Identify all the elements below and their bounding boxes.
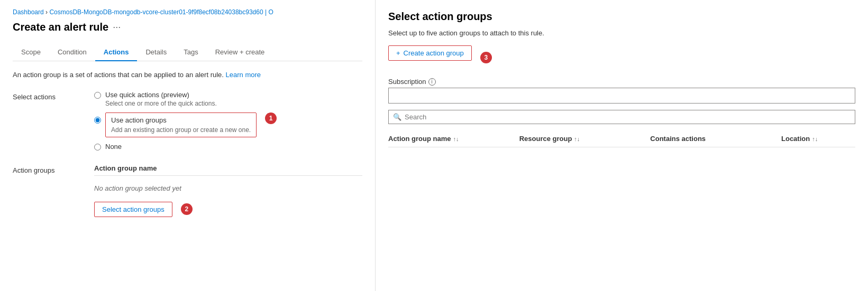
search-box: 🔍 <box>388 110 855 124</box>
radio-action-groups-box: Use action groups Add an existing action… <box>105 112 257 137</box>
learn-more-link[interactable]: Learn more <box>226 71 261 79</box>
action-group-name-header: Action group name <box>94 164 362 176</box>
radio-action-groups-label: Use action groups <box>111 116 251 124</box>
search-icon: 🔍 <box>393 113 401 121</box>
subscription-label-text: Subscription <box>388 78 426 86</box>
panel-subtitle: Select up to five action groups to attac… <box>388 29 855 37</box>
badge-2: 2 <box>181 203 193 215</box>
create-action-group-button[interactable]: + Create action group <box>388 45 472 61</box>
radio-none: None <box>94 143 362 151</box>
col-location: Location ↑↓ <box>781 135 855 143</box>
create-action-label: Create action group <box>404 49 464 57</box>
right-panel: Select action groups Select up to five a… <box>376 0 868 291</box>
select-actions-label: Select actions <box>13 91 81 156</box>
select-actions-controls: Use quick actions (preview) Select one o… <box>94 91 362 156</box>
tabs-nav: Scope Condition Actions Details Tags Rev… <box>13 44 362 61</box>
no-selection-text: No action group selected yet <box>94 180 362 196</box>
plus-icon: + <box>396 49 400 57</box>
sort-icon-action-group[interactable]: ↑↓ <box>453 136 459 142</box>
search-input[interactable] <box>405 113 851 121</box>
select-action-groups-row: Select action groups 2 <box>94 202 362 217</box>
more-options-button[interactable]: ··· <box>113 22 121 33</box>
tab-condition[interactable]: Condition <box>49 44 95 61</box>
radio-quick-input[interactable] <box>94 92 101 99</box>
radio-action-groups-sublabel: Add an existing action group or create a… <box>111 126 251 134</box>
tab-tags[interactable]: Tags <box>175 44 206 61</box>
radio-none-input[interactable] <box>94 144 101 151</box>
breadcrumb: Dashboard › CosmosDB-MongoDB-mongodb-vco… <box>13 8 362 16</box>
select-actions-row: Select actions Use quick actions (previe… <box>13 91 362 156</box>
left-panel: Dashboard › CosmosDB-MongoDB-mongodb-vco… <box>0 0 376 291</box>
create-action-row: + Create action group 3 <box>388 45 855 69</box>
sort-icon-location[interactable]: ↑↓ <box>812 136 818 142</box>
panel-title: Select action groups <box>388 11 855 23</box>
table-header: Action group name ↑↓ Resource group ↑↓ C… <box>388 130 855 147</box>
radio-quick-actions: Use quick actions (preview) Select one o… <box>94 91 362 107</box>
sort-icon-resource-group[interactable]: ↑↓ <box>574 136 580 142</box>
badge-3: 3 <box>480 52 492 63</box>
radio-quick-label: Use quick actions (preview) <box>105 91 217 99</box>
info-text: An action group is a set of actions that… <box>13 70 362 80</box>
col-action-group-name: Action group name ↑↓ <box>388 135 519 143</box>
subscription-input[interactable] <box>388 88 855 104</box>
subscription-label-row: Subscription i <box>388 78 855 86</box>
col-resource-group: Resource group ↑↓ <box>519 135 651 143</box>
select-action-groups-button[interactable]: Select action groups <box>94 202 172 217</box>
breadcrumb-resource[interactable]: CosmosDB-MongoDB-mongodb-vcore-cluster01… <box>49 8 273 16</box>
tab-scope[interactable]: Scope <box>13 44 49 61</box>
radio-action-groups-row: Use action groups Add an existing action… <box>94 112 362 137</box>
page-title: Create an alert rule <box>13 21 108 33</box>
action-groups-row: Action groups Action group name No actio… <box>13 164 362 217</box>
subscription-info-icon[interactable]: i <box>428 78 436 86</box>
tab-actions[interactable]: Actions <box>95 44 138 61</box>
tab-review-create[interactable]: Review + create <box>207 44 273 61</box>
breadcrumb-dashboard[interactable]: Dashboard <box>13 8 44 16</box>
action-groups-label: Action groups <box>13 164 81 217</box>
radio-quick-sublabel: Select one or more of the quick actions. <box>105 100 217 107</box>
page-title-row: Create an alert rule ··· <box>13 21 362 33</box>
radio-action-groups-input[interactable] <box>94 117 101 124</box>
col-contains-actions: Contains actions <box>650 135 781 143</box>
action-groups-controls: Action group name No action group select… <box>94 164 362 217</box>
radio-none-label: None <box>105 143 122 151</box>
tab-details[interactable]: Details <box>137 44 175 61</box>
badge-1: 1 <box>265 112 277 124</box>
